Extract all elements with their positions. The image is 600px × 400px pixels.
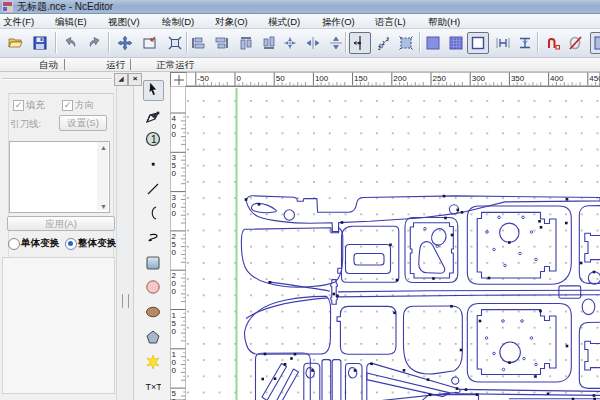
- svg-text:100: 100: [315, 74, 329, 83]
- svg-text:0: 0: [172, 287, 177, 296]
- svg-text:1: 1: [151, 134, 157, 145]
- svg-text:0: 0: [172, 327, 177, 336]
- svg-text:3: 3: [386, 36, 389, 42]
- svg-text:2: 2: [378, 45, 381, 51]
- svg-text:0: 0: [172, 366, 177, 375]
- svg-text:0: 0: [172, 130, 177, 139]
- svg-text:350: 350: [511, 74, 525, 83]
- svg-text:50: 50: [276, 74, 285, 83]
- svg-text:450: 450: [589, 74, 600, 83]
- svg-text:1: 1: [382, 40, 385, 46]
- svg-text:250: 250: [433, 74, 447, 83]
- svg-text:0: 0: [172, 169, 177, 178]
- svg-text:0: 0: [172, 209, 177, 218]
- svg-text:0: 0: [237, 74, 242, 83]
- svg-text:200: 200: [393, 74, 407, 83]
- svg-text:T×T: T×T: [146, 382, 162, 392]
- svg-text:300: 300: [472, 74, 486, 83]
- svg-text:-50: -50: [197, 74, 209, 83]
- svg-text:150: 150: [354, 74, 368, 83]
- svg-text:400: 400: [550, 74, 564, 83]
- svg-text:0: 0: [172, 248, 177, 257]
